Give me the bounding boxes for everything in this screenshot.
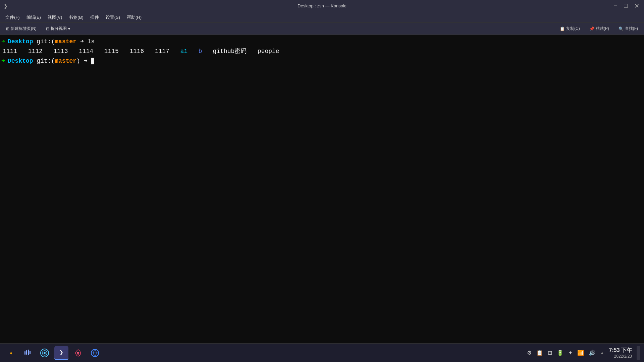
- prompt-arrow-2: ➜: [1, 56, 5, 66]
- ls-sep-3: [68, 47, 78, 56]
- prompt-dir-1: Desktop: [8, 37, 33, 47]
- terminal-cmd-1: ls: [88, 37, 95, 47]
- close-button[interactable]: ✕: [632, 2, 641, 10]
- prompt-paren-open-1: (: [51, 37, 55, 47]
- sys-icon-display[interactable]: ⊞: [548, 350, 552, 356]
- ls-item-1111: 1111: [3, 47, 17, 56]
- terminal-area[interactable]: ➜ Desktop git: (master ➜ ls 1111 1112 11…: [0, 35, 644, 343]
- minimize-button[interactable]: −: [612, 2, 620, 10]
- new-tab-button[interactable]: ⊞ 新建标签页(N): [3, 25, 40, 33]
- taskbar-icon-browser[interactable]: [88, 346, 102, 360]
- menu-file[interactable]: 文件(F): [3, 13, 22, 22]
- taskbar-icon-konsole[interactable]: ❯: [54, 346, 68, 360]
- prompt-git-1: git:: [33, 37, 51, 47]
- sys-icon-clipboard[interactable]: 📋: [536, 350, 543, 356]
- menu-view[interactable]: 视图(V): [45, 13, 65, 22]
- sys-icon-volume[interactable]: 🔊: [589, 350, 595, 356]
- clock[interactable]: 7:53 下午 2022/2/23: [609, 347, 632, 359]
- sys-icon-settings[interactable]: ⚙: [527, 350, 532, 356]
- sys-icon-bluetooth[interactable]: ✦: [568, 350, 573, 356]
- prompt-symbol-1: ➜: [76, 37, 87, 47]
- paste-button[interactable]: 📌 粘贴(P): [586, 25, 612, 33]
- ls-sep-9: [202, 47, 213, 56]
- menu-bookmarks[interactable]: 书签(B): [66, 13, 86, 22]
- svg-point-6: [44, 352, 46, 354]
- clock-date: 2022/2/23: [609, 354, 632, 359]
- menu-plugins[interactable]: 插件: [88, 13, 102, 22]
- taskbar-apps: ✦ ❯: [4, 346, 102, 360]
- split-view-button[interactable]: ⊟ 拆分视图 ▾: [43, 25, 73, 33]
- ls-item-1117: 1117: [155, 47, 169, 56]
- toolbar-right: 📋 复制(C) 📌 粘贴(P) 🔍 查找(F): [556, 25, 641, 33]
- ls-item-github: github密码: [213, 47, 247, 56]
- taskbar-icon-mixer[interactable]: [21, 346, 35, 360]
- ls-item-1116: 1116: [129, 47, 144, 56]
- copy-icon: 📋: [560, 26, 565, 31]
- ls-item-1112: 1112: [28, 47, 43, 56]
- new-tab-label: 新建标签页(N): [11, 26, 37, 32]
- find-label: 查找(F): [625, 26, 638, 32]
- ls-sep-8: [187, 47, 198, 56]
- titlebar-left: ❯: [3, 3, 9, 9]
- split-view-label: 拆分视图: [51, 26, 67, 32]
- ls-sep-2: [43, 47, 53, 56]
- prompt-dir-2: Desktop: [8, 56, 33, 66]
- prompt-paren-open-2: (: [51, 56, 55, 66]
- copy-button[interactable]: 📋 复制(C): [556, 25, 583, 33]
- ls-item-1114: 1114: [79, 47, 93, 56]
- app-icon: ❯: [3, 3, 9, 9]
- titlebar-controls: − □ ✕: [612, 2, 641, 10]
- terminal-cursor: [91, 58, 94, 64]
- ls-item-people: people: [258, 47, 279, 56]
- menu-help[interactable]: 帮助(H): [124, 13, 144, 22]
- svg-rect-2: [28, 350, 29, 355]
- ls-sep-10: [247, 47, 257, 56]
- new-tab-icon: ⊞: [6, 26, 9, 31]
- terminal-line-2: ➜ Desktop git: (master) ➜: [1, 56, 643, 66]
- ls-item-b: b: [198, 47, 202, 56]
- prompt-branch-1: master: [55, 37, 76, 47]
- ls-sep-1: [17, 47, 28, 56]
- menubar: 文件(F) 编辑(E) 视图(V) 书签(B) 插件 设置(S) 帮助(H): [0, 12, 644, 23]
- window-title: Desktop : zsh — Konsole: [298, 3, 346, 8]
- find-icon: 🔍: [619, 26, 624, 31]
- prompt-paren-close-2: ): [76, 56, 80, 66]
- terminal-line-ls-output: 1111 1112 1113 1114 1115 1116 1117 a1 b …: [1, 47, 643, 56]
- toolbar: ⊞ 新建标签页(N) ⊟ 拆分视图 ▾ 📋 复制(C) 📌 粘贴(P) 🔍 查找…: [0, 23, 644, 35]
- show-desktop-button[interactable]: [637, 346, 640, 360]
- terminal-line-1: ➜ Desktop git: (master ➜ ls: [1, 37, 643, 47]
- sys-icon-wifi[interactable]: 📶: [577, 350, 584, 356]
- ls-item-1115: 1115: [104, 47, 119, 56]
- ls-item-1113: 1113: [53, 47, 68, 56]
- taskbar-icon-activities[interactable]: ✦: [4, 346, 18, 360]
- prompt-arrow-1: ➜: [1, 37, 5, 47]
- prompt-branch-2: master: [55, 56, 76, 66]
- ls-sep-7: [169, 47, 180, 56]
- copy-label: 复制(C): [566, 26, 580, 32]
- menu-edit[interactable]: 编辑(E): [24, 13, 44, 22]
- ls-item-a1: a1: [180, 47, 187, 56]
- sys-icon-battery[interactable]: 🔋: [557, 350, 564, 356]
- paste-label: 粘贴(P): [596, 26, 609, 32]
- taskbar-icon-yakuake[interactable]: [38, 346, 52, 360]
- taskbar-icon-krita[interactable]: [71, 346, 85, 360]
- titlebar: ❯ Desktop : zsh — Konsole − □ ✕: [0, 0, 644, 12]
- taskbar: ✦ ❯: [0, 343, 644, 362]
- menu-settings[interactable]: 设置(S): [103, 13, 123, 22]
- ls-sep-4: [93, 47, 104, 56]
- find-button[interactable]: 🔍 查找(F): [615, 25, 641, 33]
- clock-time: 7:53 下午: [609, 347, 632, 354]
- svg-rect-0: [24, 351, 25, 355]
- split-view-icon: ⊟: [46, 26, 49, 31]
- maximize-button[interactable]: □: [622, 2, 630, 10]
- paste-icon: 📌: [589, 26, 594, 31]
- ls-sep-5: [119, 47, 129, 56]
- ls-sep-6: [144, 47, 155, 56]
- taskbar-system: ⚙ 📋 ⊞ 🔋 ✦ 📶 🔊 ▲ 7:53 下午 2022/2/23: [527, 346, 640, 360]
- split-view-chevron: ▾: [68, 26, 70, 31]
- sys-icon-arrow-up[interactable]: ▲: [600, 350, 604, 355]
- prompt-git-2: git:: [33, 56, 51, 66]
- svg-rect-1: [26, 350, 27, 355]
- prompt-symbol-2: ➜: [80, 56, 91, 66]
- svg-rect-3: [30, 351, 31, 354]
